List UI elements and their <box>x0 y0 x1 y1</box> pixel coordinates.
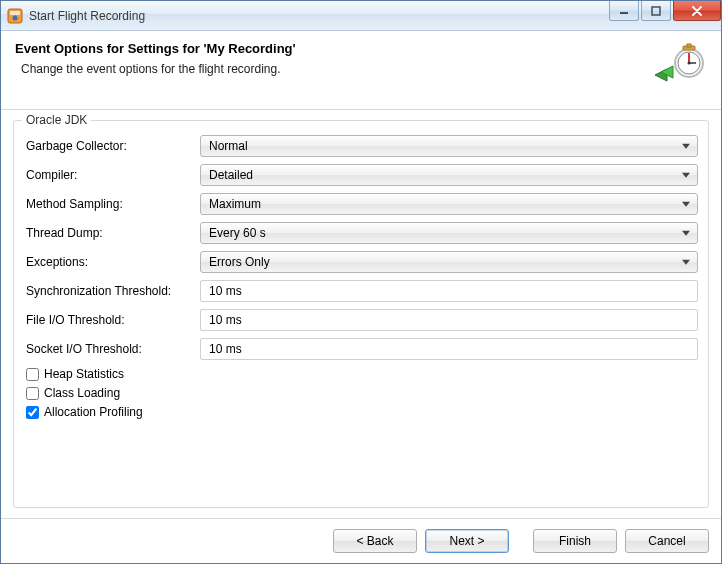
oracle-jdk-group: Oracle JDK Garbage Collector: Normal Com… <box>13 120 709 508</box>
row-exceptions: Exceptions: Errors Only <box>24 251 698 273</box>
button-bar: < Back Next > Finish Cancel <box>1 518 721 563</box>
row-file-io-threshold: File I/O Threshold: <box>24 309 698 331</box>
finish-button[interactable]: Finish <box>533 529 617 553</box>
back-button[interactable]: < Back <box>333 529 417 553</box>
input-sync-threshold[interactable] <box>200 280 698 302</box>
row-method-sampling: Method Sampling: Maximum <box>24 193 698 215</box>
row-garbage-collector: Garbage Collector: Normal <box>24 135 698 157</box>
svg-point-2 <box>13 15 18 20</box>
svg-rect-4 <box>652 7 660 15</box>
close-button[interactable] <box>673 1 721 21</box>
checkbox-heap-statistics[interactable] <box>26 368 39 381</box>
content-area: Oracle JDK Garbage Collector: Normal Com… <box>1 110 721 518</box>
group-legend: Oracle JDK <box>22 113 91 127</box>
row-socket-io-threshold: Socket I/O Threshold: <box>24 338 698 360</box>
maximize-button[interactable] <box>641 1 671 21</box>
combo-value: Detailed <box>209 168 253 182</box>
row-thread-dump: Thread Dump: Every 60 s <box>24 222 698 244</box>
combo-value: Maximum <box>209 197 261 211</box>
label-heap-statistics[interactable]: Heap Statistics <box>44 367 124 381</box>
label-thread-dump: Thread Dump: <box>24 226 200 240</box>
combo-exceptions[interactable]: Errors Only <box>200 251 698 273</box>
combo-value: Every 60 s <box>209 226 266 240</box>
label-class-loading[interactable]: Class Loading <box>44 386 120 400</box>
svg-point-9 <box>688 62 691 65</box>
header-text-block: Event Options for Settings for 'My Recor… <box>15 41 641 76</box>
flight-recording-icon <box>651 41 707 97</box>
label-exceptions: Exceptions: <box>24 255 200 269</box>
window-title: Start Flight Recording <box>29 9 605 23</box>
combo-value: Normal <box>209 139 248 153</box>
app-icon <box>7 8 23 24</box>
row-heap-statistics: Heap Statistics <box>24 367 698 381</box>
header-panel: Event Options for Settings for 'My Recor… <box>1 31 721 110</box>
label-file-io-threshold: File I/O Threshold: <box>24 313 200 327</box>
input-file-io-threshold[interactable] <box>200 309 698 331</box>
label-socket-io-threshold: Socket I/O Threshold: <box>24 342 200 356</box>
minimize-button[interactable] <box>609 1 639 21</box>
label-method-sampling: Method Sampling: <box>24 197 200 211</box>
svg-rect-11 <box>687 44 691 47</box>
label-compiler: Compiler: <box>24 168 200 182</box>
combo-thread-dump[interactable]: Every 60 s <box>200 222 698 244</box>
combo-value: Errors Only <box>209 255 270 269</box>
row-class-loading: Class Loading <box>24 386 698 400</box>
cancel-button[interactable]: Cancel <box>625 529 709 553</box>
combo-garbage-collector[interactable]: Normal <box>200 135 698 157</box>
dialog-window: Start Flight Recording Event Options for… <box>0 0 722 564</box>
input-socket-io-threshold[interactable] <box>200 338 698 360</box>
title-bar: Start Flight Recording <box>1 1 721 31</box>
checkbox-class-loading[interactable] <box>26 387 39 400</box>
combo-method-sampling[interactable]: Maximum <box>200 193 698 215</box>
checkbox-allocation-profiling[interactable] <box>26 406 39 419</box>
page-title: Event Options for Settings for 'My Recor… <box>15 41 641 56</box>
row-compiler: Compiler: Detailed <box>24 164 698 186</box>
label-garbage-collector: Garbage Collector: <box>24 139 200 153</box>
label-allocation-profiling[interactable]: Allocation Profiling <box>44 405 143 419</box>
svg-rect-3 <box>620 12 628 14</box>
label-sync-threshold: Synchronization Threshold: <box>24 284 200 298</box>
row-sync-threshold: Synchronization Threshold: <box>24 280 698 302</box>
svg-rect-1 <box>10 11 20 15</box>
window-controls <box>605 1 721 30</box>
next-button[interactable]: Next > <box>425 529 509 553</box>
page-description: Change the event options for the flight … <box>15 62 641 76</box>
combo-compiler[interactable]: Detailed <box>200 164 698 186</box>
row-allocation-profiling: Allocation Profiling <box>24 405 698 419</box>
